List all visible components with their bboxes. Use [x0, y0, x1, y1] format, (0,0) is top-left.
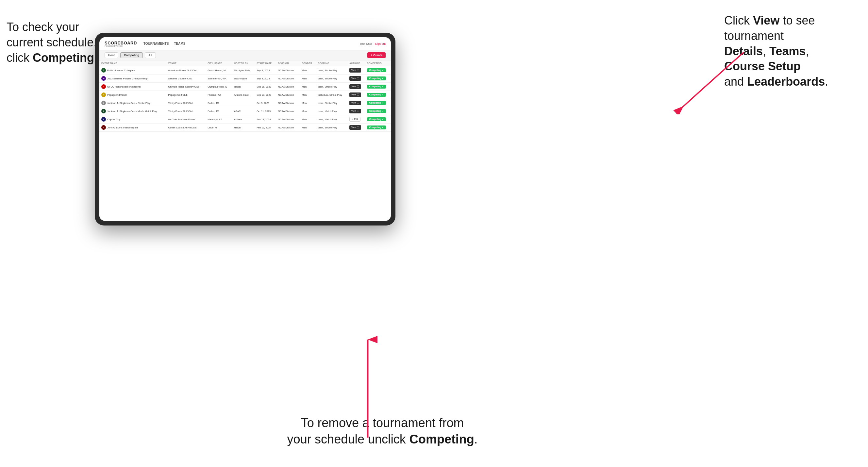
hosted-by-cell: Hawaii	[232, 124, 255, 132]
gender-cell: Men	[300, 124, 316, 132]
start-date-cell: Sep 9, 2023	[255, 74, 276, 83]
scoring-cell: team, Stroke Play	[316, 124, 347, 132]
table-row: J Jackson T. Stephens Cup – Stroke Play …	[99, 99, 391, 107]
venue-cell: Papago Golf Club	[166, 91, 206, 99]
annotation-line2: current schedule,	[6, 36, 97, 49]
event-name: Papago Individual	[107, 93, 127, 96]
start-date-cell: Sep 4, 2023	[255, 66, 276, 74]
table-row: W 2023 Sahalee Players Championship Saha…	[99, 74, 391, 83]
team-logo: I	[101, 84, 106, 89]
competing-button[interactable]: Competing ✓	[367, 117, 386, 121]
division-cell: NCAA Division I	[276, 66, 300, 74]
team-logo: J	[101, 101, 106, 105]
event-name-cell: J Jackson T. Stephens Cup – Stroke Play	[99, 99, 166, 107]
actions-cell: View ⓘ	[347, 66, 365, 74]
division-cell: NCAA Division I	[276, 107, 300, 115]
city-cell: Dallas, TX	[206, 107, 232, 115]
competing-button[interactable]: Competing ✓	[367, 93, 386, 97]
actions-cell: View ⓘ	[347, 74, 365, 83]
filter-bar: Host Competing All + Create	[99, 50, 391, 60]
competing-button[interactable]: Competing ✓	[367, 76, 386, 81]
tablet-screen: SCOREBOARD Powered by clippi TOURNAMENTS…	[99, 37, 391, 221]
team-logo: H	[101, 125, 106, 130]
view-button[interactable]: View ⓘ	[349, 76, 361, 81]
view-button[interactable]: View ⓘ	[349, 109, 361, 114]
gender-cell: Men	[300, 99, 316, 107]
annotation-bottom-period: .	[474, 432, 478, 446]
scoring-cell: team, Match Play	[316, 115, 347, 124]
annotation-bottom: To remove a tournament from your schedul…	[268, 415, 497, 447]
competing-button[interactable]: Competing ✓	[367, 109, 386, 113]
start-date-cell: Sep 18, 2023	[255, 91, 276, 99]
table-row: S Folds of Honor Collegiate American Dun…	[99, 66, 391, 74]
table-row: I OFCC Fighting Illini Invitational Olym…	[99, 83, 391, 91]
nav-tournaments[interactable]: TOURNAMENTS	[144, 42, 169, 45]
competing-cell: Competing ✓	[365, 124, 391, 132]
col-venue: VENUE	[166, 60, 206, 66]
scoring-cell: team, Stroke Play	[316, 74, 347, 83]
hosted-by-cell: Arizona State	[232, 91, 255, 99]
gender-cell: Men	[300, 107, 316, 115]
tablet-device: SCOREBOARD Powered by clippi TOURNAMENTS…	[95, 33, 396, 225]
gender-cell: Men	[300, 66, 316, 74]
annotation-tr-1: Click	[724, 14, 753, 27]
col-event-name: EVENT NAME	[99, 60, 166, 66]
event-name: John A. Burns Intercollegiate	[107, 126, 138, 129]
actions-cell: View ⓘ	[347, 83, 365, 91]
col-competing: COMPETING	[365, 60, 391, 66]
host-filter-btn[interactable]: Host	[104, 52, 118, 58]
nav-teams[interactable]: TEAMS	[174, 42, 186, 45]
gender-cell: Men	[300, 83, 316, 91]
powered-by-label: Powered by clippi	[104, 45, 137, 47]
city-cell: Olympia Fields, IL	[206, 83, 232, 91]
annotation-tr-3: tournament	[724, 29, 784, 42]
gender-cell: Men	[300, 115, 316, 124]
event-name: Folds of Honor Collegiate	[107, 69, 135, 72]
event-name-cell: H John A. Burns Intercollegiate	[99, 124, 166, 132]
annotation-line1: To check your	[6, 20, 79, 34]
venue-cell: Sahalee Country Club	[166, 74, 206, 83]
venue-cell: Trinity Forest Golf Club	[166, 107, 206, 115]
create-button[interactable]: + Create	[367, 52, 385, 58]
view-button[interactable]: View ⓘ	[349, 92, 361, 97]
col-start-date: START DATE	[255, 60, 276, 66]
hosted-by-cell: Arizona	[232, 115, 255, 124]
annotation-tr-2: to see	[779, 14, 815, 27]
all-filter-btn[interactable]: All	[145, 52, 156, 58]
city-cell: Sammamish, WA	[206, 74, 232, 83]
division-cell: NCAA Division I	[276, 83, 300, 91]
team-logo: A	[101, 117, 106, 122]
user-label: Test User	[360, 42, 372, 45]
view-button[interactable]: View ⓘ	[349, 84, 361, 89]
venue-cell: Ak-Chin Southern Dunes	[166, 115, 206, 124]
competing-filter-btn[interactable]: Competing	[120, 52, 143, 58]
competing-cell: Competing ✓	[365, 99, 391, 107]
annotation-tr-bold4: Course Setup	[724, 60, 801, 73]
table-row: A Copper Cup Ak-Chin Southern DunesMaric…	[99, 115, 391, 124]
competing-button[interactable]: Competing ✓	[367, 85, 386, 89]
actions-cell: ✏ Edit	[347, 115, 365, 124]
division-cell: NCAA Division I	[276, 115, 300, 124]
event-name: 2023 Sahalee Players Championship	[107, 77, 147, 80]
actions-cell: View ⓘ	[347, 107, 365, 115]
annotation-tr-bold3: Teams	[769, 44, 806, 58]
annotation-bottom-1: To remove a tournament from	[301, 416, 464, 430]
competing-cell: Competing ✓	[365, 83, 391, 91]
annotation-tr-c1: ,	[763, 44, 769, 58]
table-row: H John A. Burns Intercollegiate Ocean Co…	[99, 124, 391, 132]
competing-cell: Competing ✓	[365, 91, 391, 99]
edit-button[interactable]: ✏ Edit	[349, 117, 361, 122]
annotation-tr-c2: ,	[806, 44, 809, 58]
actions-cell: View ⓘ	[347, 99, 365, 107]
competing-button[interactable]: Competing ✓	[367, 101, 386, 105]
signout-link[interactable]: Sign out	[375, 42, 385, 45]
view-button[interactable]: View ⓘ	[349, 125, 361, 130]
gender-cell: Men	[300, 74, 316, 83]
competing-button[interactable]: Competing ✓	[367, 125, 386, 129]
view-button[interactable]: View ⓘ	[349, 101, 361, 105]
team-logo: J	[101, 109, 106, 114]
view-button[interactable]: View ⓘ	[349, 68, 361, 72]
competing-cell: Competing ✓	[365, 66, 391, 74]
start-date-cell: Jan 14, 2024	[255, 115, 276, 124]
competing-button[interactable]: Competing ✓	[367, 68, 386, 72]
